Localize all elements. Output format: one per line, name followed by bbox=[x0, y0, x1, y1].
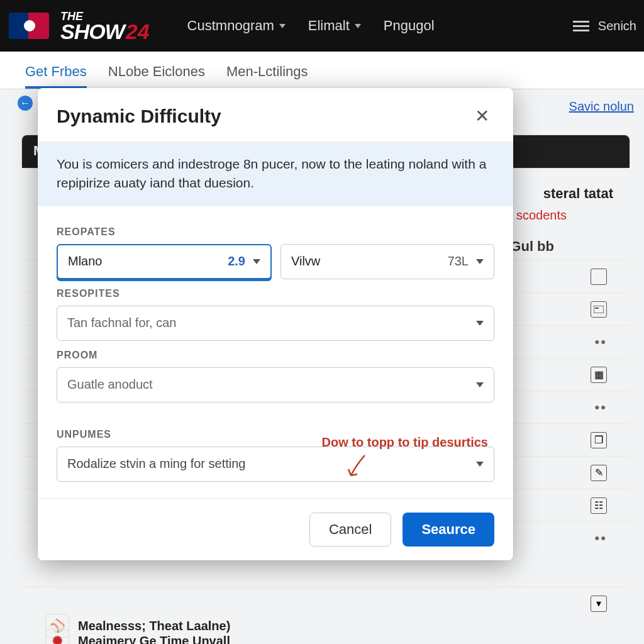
topnav-item-0[interactable]: Custmnogram bbox=[187, 18, 286, 34]
more-icon[interactable]: •• bbox=[595, 530, 607, 547]
modal-header: Dynamic Difficulty ✕ bbox=[38, 88, 513, 142]
topnav-item-1[interactable]: Elimalt bbox=[308, 18, 361, 34]
mlb-logo-icon bbox=[9, 13, 49, 39]
rightcol-title: steral tatat bbox=[543, 186, 613, 202]
save-link[interactable]: Savic nolun bbox=[569, 99, 634, 114]
modal-body: REOPATES Mlano 2.9 Vilvw 73L RESOPITES T… bbox=[38, 206, 513, 498]
rightcol-sub: scodents bbox=[516, 208, 567, 223]
field-label-proom: PROOM bbox=[57, 350, 494, 361]
more-icon[interactable]: •• bbox=[595, 399, 607, 416]
logo-year: 24 bbox=[126, 22, 150, 42]
list-item-label: Meaimery Ge Time Unvall bbox=[78, 634, 230, 645]
select-num: 73L bbox=[448, 254, 469, 269]
more-icon[interactable]: •• bbox=[595, 334, 607, 350]
list-item-label: Mealnesss; Theat Laalne) bbox=[78, 619, 230, 633]
chevron-down-icon bbox=[476, 259, 484, 264]
select-num: 2.9 bbox=[228, 254, 245, 269]
tab-0[interactable]: Get Frbes bbox=[25, 64, 87, 89]
topnav-label: Elimalt bbox=[308, 18, 350, 34]
game-logo: THE SHOW 24 bbox=[60, 11, 150, 42]
topbar-right-label: Senich bbox=[598, 19, 636, 33]
modal-footer: Cancel Seaurce bbox=[38, 498, 513, 560]
reopates-select-1[interactable]: Mlano 2.9 bbox=[57, 244, 272, 279]
svg-rect-0 bbox=[594, 306, 604, 313]
dynamic-difficulty-modal: Dynamic Difficulty ✕ You is comicers and… bbox=[38, 88, 513, 560]
chevron-down-icon bbox=[476, 321, 484, 326]
note-icon[interactable]: ▦ bbox=[591, 367, 607, 383]
topnav-label: Custmnogram bbox=[187, 18, 274, 34]
logo-show: SHOW bbox=[60, 22, 125, 42]
field-label-unpumes: UNPUMES bbox=[57, 429, 494, 440]
chevron-down-icon bbox=[476, 462, 484, 467]
select-value: Vilvw bbox=[291, 254, 320, 269]
modal-banner: You is comicers and indestroge 8n pucer,… bbox=[38, 142, 513, 206]
chevron-down-icon bbox=[355, 24, 361, 28]
topbar-right: Senich bbox=[573, 0, 636, 52]
confirm-button[interactable]: Seaurce bbox=[402, 513, 494, 547]
back-button[interactable]: ← bbox=[18, 96, 33, 111]
copy-icon[interactable]: ❐ bbox=[591, 432, 607, 448]
topnav-item-2[interactable]: Pngugol bbox=[384, 18, 435, 34]
tab-2[interactable]: Men-Lctilings bbox=[226, 64, 308, 89]
select-value: Tan fachnal for, can bbox=[67, 316, 176, 330]
subnav: Get Frbes NLobe Eiclones Men-Lctilings bbox=[0, 52, 644, 89]
select-value: Rodalize stvin a ming for setting bbox=[67, 457, 245, 471]
field-label-reopates: REOPATES bbox=[57, 226, 494, 238]
checkbox-icon[interactable] bbox=[591, 269, 607, 285]
team-logo-icon: ✺ bbox=[45, 629, 69, 644]
modal-title: Dynamic Difficulty bbox=[57, 106, 221, 127]
chevron-down-icon bbox=[253, 259, 260, 264]
unpumes-select[interactable]: Rodalize stvin a ming for setting bbox=[57, 447, 494, 482]
select-value: Guatle anoduct bbox=[67, 377, 153, 392]
svg-rect-1 bbox=[595, 308, 599, 309]
field-label-resopites: RESOPITES bbox=[57, 288, 494, 299]
close-icon[interactable]: ✕ bbox=[470, 103, 494, 129]
rightcol-value: Gul bb bbox=[510, 238, 554, 255]
list-item[interactable]: ✺ Meaimery Ge Time Unvall bbox=[45, 634, 630, 644]
topnav-label: Pngugol bbox=[384, 18, 435, 34]
edit-icon[interactable]: ✎ bbox=[591, 465, 607, 481]
select-value: Mlano bbox=[68, 254, 102, 269]
card-icon[interactable] bbox=[591, 301, 607, 318]
cancel-button[interactable]: Cancel bbox=[309, 513, 391, 547]
topbar: THE SHOW 24 Custmnogram Elimalt Pngugol … bbox=[0, 0, 644, 52]
tab-1[interactable]: NLobe Eiclones bbox=[108, 64, 205, 89]
resopites-select[interactable]: Tan fachnal for, can bbox=[57, 306, 494, 341]
chevron-down-icon bbox=[279, 24, 286, 28]
proom-select[interactable]: Guatle anoduct bbox=[57, 367, 494, 402]
doc-icon[interactable]: ☷ bbox=[591, 497, 607, 514]
menu-icon[interactable] bbox=[573, 21, 589, 31]
reopates-select-2[interactable]: Vilvw 73L bbox=[280, 244, 494, 279]
top-nav: Custmnogram Elimalt Pngugol bbox=[187, 18, 435, 34]
chevron-down-icon bbox=[476, 382, 484, 387]
